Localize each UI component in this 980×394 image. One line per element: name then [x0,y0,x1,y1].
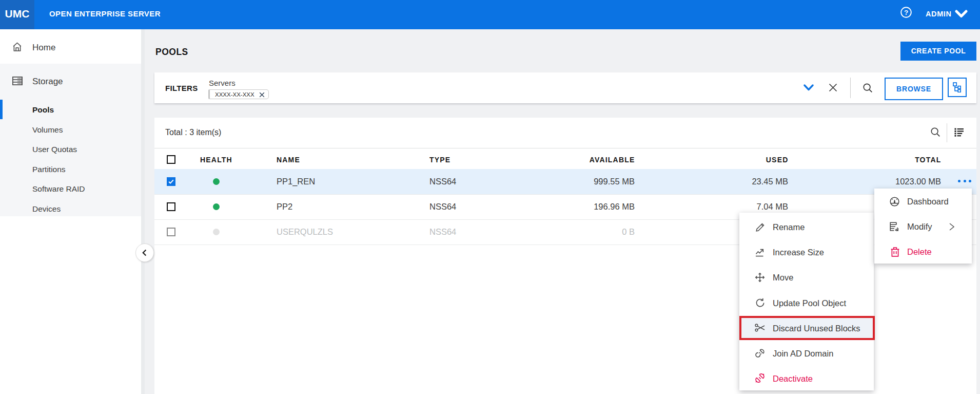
svg-text:?: ? [904,9,908,16]
